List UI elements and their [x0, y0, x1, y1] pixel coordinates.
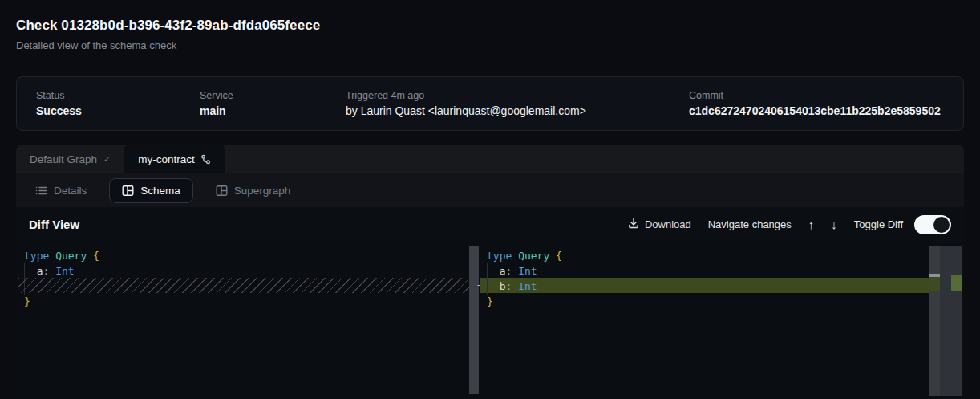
triggered-value: by Laurin Quast <laurinquast@googlemail.… — [346, 104, 689, 117]
insert-overview-mark — [951, 275, 962, 291]
arrow-down-icon: ↓ — [831, 218, 837, 231]
service-field: Service main — [200, 90, 346, 117]
code-line: } — [24, 294, 30, 309]
code-line: type Query { — [24, 248, 99, 263]
contract-icon — [200, 154, 211, 165]
service-value: main — [200, 104, 346, 117]
right-editor-scrollbar[interactable] — [929, 246, 940, 396]
check-icon: ✓ — [103, 154, 111, 165]
diff-editor: type Query { a: Int } + type Query { a: … — [16, 242, 964, 399]
code-line: a: Int — [487, 263, 537, 279]
tab-details[interactable]: Details — [35, 185, 87, 197]
left-editor-scrollbar[interactable] — [469, 246, 479, 394]
service-label: Service — [200, 90, 346, 101]
diff-toolbar: Diff View Download Navigate changes ↑ ↓ — [16, 207, 964, 242]
download-icon — [628, 218, 639, 231]
page-header: Check 01328b0d-b396-43f2-89ab-dfda065fee… — [16, 18, 320, 51]
next-change-button[interactable]: ↓ — [831, 218, 837, 231]
tab-schema-label: Schema — [140, 185, 180, 197]
commit-value: c1dc62724702406154013cbe11b225b2e5859502 — [689, 104, 944, 117]
tab-default-graph[interactable]: Default Graph ✓ — [16, 145, 124, 173]
status-value: Success — [36, 104, 200, 117]
tab-default-graph-label: Default Graph — [30, 153, 97, 165]
check-summary-card: Status Success Service main Triggered 4m… — [16, 76, 964, 131]
insert-decoration-scrollbar — [929, 277, 940, 291]
toggle-diff-switch[interactable] — [914, 215, 951, 234]
diff-toolbar-actions: Download Navigate changes ↑ ↓ Toggle Dif… — [628, 215, 964, 234]
previous-change-button[interactable]: ↑ — [808, 218, 815, 231]
download-label: Download — [645, 218, 691, 230]
diff-view-title: Diff View — [29, 218, 79, 231]
code-line: type Query { — [487, 248, 562, 263]
tab-supergraph[interactable]: Supergraph — [216, 185, 291, 197]
commit-label: Commit — [689, 90, 944, 101]
panels-icon — [122, 185, 134, 197]
list-icon — [35, 185, 47, 197]
commit-field: Commit c1dc62724702406154013cbe11b225b2e… — [689, 90, 944, 117]
tab-schema[interactable]: Schema — [109, 178, 193, 203]
code-line-inserted: b: Int — [487, 279, 537, 294]
panels-icon — [216, 185, 228, 197]
triggered-label: Triggered 4m ago — [346, 90, 689, 101]
status-field: Status Success — [36, 90, 200, 117]
tab-details-label: Details — [54, 185, 87, 197]
overview-ruler[interactable] — [940, 246, 962, 396]
page-title: Check 01328b0d-b396-43f2-89ab-dfda065fee… — [16, 18, 320, 34]
arrow-up-icon: ↑ — [808, 218, 815, 231]
graph-tab-strip: Default Graph ✓ my-contract — [16, 145, 964, 173]
page-subtitle: Detailed view of the schema check — [16, 39, 320, 51]
inserted-line-highlight — [480, 278, 929, 293]
download-button[interactable]: Download — [628, 218, 691, 231]
tab-my-contract[interactable]: my-contract — [124, 145, 225, 173]
triggered-field: Triggered 4m ago by Laurin Quast <laurin… — [346, 90, 689, 117]
code-line: a: Int — [24, 263, 75, 279]
toggle-diff-label: Toggle Diff — [854, 218, 903, 230]
switch-knob — [933, 217, 950, 233]
navigate-changes-label: Navigate changes — [708, 218, 792, 230]
tab-my-contract-label: my-contract — [138, 153, 195, 165]
schema-check-page: Check 01328b0d-b396-43f2-89ab-dfda065fee… — [0, 0, 980, 399]
code-line: } — [487, 294, 493, 309]
removed-line-placeholder — [18, 278, 469, 293]
view-tab-row: Details Schema Supergraph — [16, 173, 964, 207]
diff-pane-original[interactable]: type Query { a: Int } — [16, 242, 469, 399]
status-label: Status — [36, 90, 200, 101]
tab-supergraph-label: Supergraph — [234, 185, 291, 197]
diff-pane-modified[interactable]: type Query { a: Int b: Int } — [479, 242, 929, 399]
